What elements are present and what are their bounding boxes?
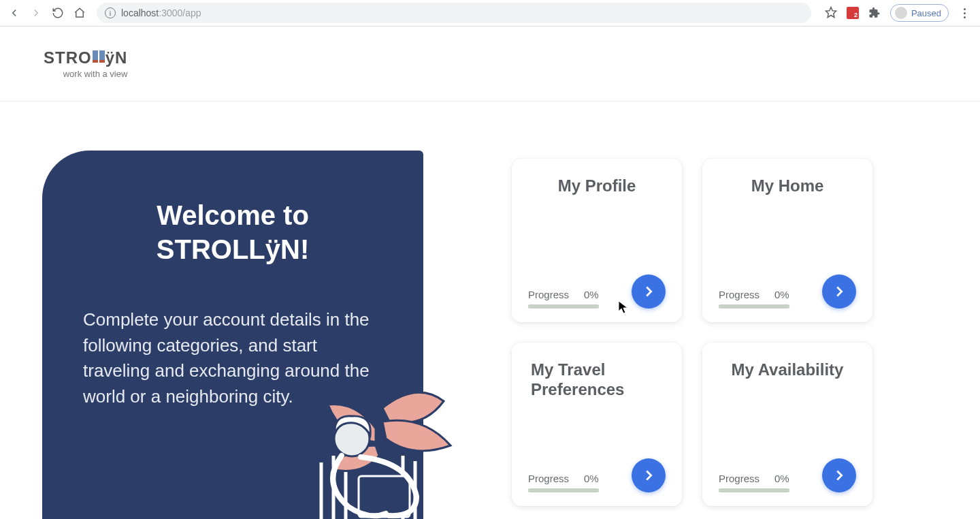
- browser-nav-controls: [8, 7, 86, 19]
- logo-wordmark: STRO ÿN: [44, 48, 127, 67]
- profile-paused-label: Paused: [911, 8, 941, 18]
- progress-label: Progress: [719, 289, 760, 300]
- browser-menu-icon[interactable]: [958, 8, 970, 18]
- card-title: My Availability: [719, 360, 856, 380]
- card-title: My Home: [719, 176, 856, 196]
- chevron-right-icon: [641, 284, 656, 299]
- progress-bar: [528, 304, 599, 309]
- url-host: localhost: [121, 7, 159, 18]
- browser-toolbar: i localhost:3000/app 2 Paused: [0, 0, 980, 27]
- extension-badge[interactable]: 2: [847, 7, 859, 19]
- home-button[interactable]: [74, 7, 86, 19]
- progress-bar: [719, 488, 789, 492]
- card-my-availability: My Availability Progress 0%: [702, 343, 872, 506]
- card-my-home: My Home Progress 0%: [702, 159, 872, 322]
- progress-value: 0%: [584, 473, 599, 484]
- svg-marker-0: [826, 7, 836, 17]
- progress-bar: [528, 488, 599, 492]
- forward-button[interactable]: [30, 7, 42, 19]
- logo-tagline: work with a view: [63, 69, 128, 79]
- card-my-travel-preferences: My Travel Preferences Progress 0%: [512, 343, 682, 506]
- go-button[interactable]: [822, 274, 856, 309]
- browser-right-controls: 2 Paused: [825, 4, 970, 22]
- go-button[interactable]: [822, 458, 856, 492]
- back-button[interactable]: [8, 7, 20, 19]
- logo-pre: STRO: [44, 48, 92, 67]
- progress-value: 0%: [774, 289, 789, 300]
- progress-bar: [719, 304, 789, 309]
- profile-paused-pill[interactable]: Paused: [890, 4, 949, 22]
- dashboard-cards: My Profile Progress 0% My Home: [512, 159, 872, 519]
- reload-button[interactable]: [52, 7, 64, 19]
- card-title: My Profile: [528, 176, 666, 196]
- chevron-right-icon: [832, 468, 847, 483]
- go-button[interactable]: [632, 274, 666, 309]
- app-header: STRO ÿN work with a view: [0, 27, 980, 101]
- site-info-icon[interactable]: i: [105, 7, 116, 18]
- progress-label: Progress: [528, 473, 569, 484]
- logo[interactable]: STRO ÿN work with a view: [44, 48, 127, 79]
- welcome-title-line1: Welcome to: [157, 200, 309, 230]
- extensions-icon[interactable]: [868, 7, 881, 19]
- extension-badge-count: 2: [854, 12, 858, 18]
- chevron-right-icon: [832, 284, 847, 299]
- welcome-title: Welcome to STROLLÿN!: [83, 198, 382, 266]
- progress-block: Progress 0%: [719, 289, 789, 309]
- progress-value: 0%: [584, 289, 599, 300]
- logo-post: ÿN: [105, 48, 128, 67]
- welcome-panel: Welcome to STROLLÿN! Complete your accou…: [42, 151, 423, 519]
- progress-value: 0%: [774, 473, 789, 484]
- progress-label: Progress: [719, 473, 760, 484]
- url-path: :3000/app: [159, 7, 201, 18]
- bookmark-icon[interactable]: [825, 6, 837, 20]
- progress-block: Progress 0%: [528, 289, 599, 309]
- progress-block: Progress 0%: [528, 473, 599, 492]
- card-my-profile: My Profile Progress 0%: [512, 159, 682, 322]
- address-bar[interactable]: i localhost:3000/app: [97, 3, 811, 23]
- profile-avatar-icon: [895, 7, 907, 19]
- progress-block: Progress 0%: [719, 473, 789, 492]
- main-content: Welcome to STROLLÿN! Complete your accou…: [0, 101, 980, 519]
- progress-label: Progress: [528, 289, 569, 300]
- logo-ll-icon: [93, 50, 105, 63]
- svg-rect-9: [359, 476, 410, 517]
- welcome-illustration: [280, 381, 457, 519]
- go-button[interactable]: [632, 458, 666, 492]
- welcome-title-line2: STROLLÿN!: [157, 234, 309, 264]
- chevron-right-icon: [641, 468, 656, 483]
- card-title: My Travel Preferences: [528, 360, 666, 400]
